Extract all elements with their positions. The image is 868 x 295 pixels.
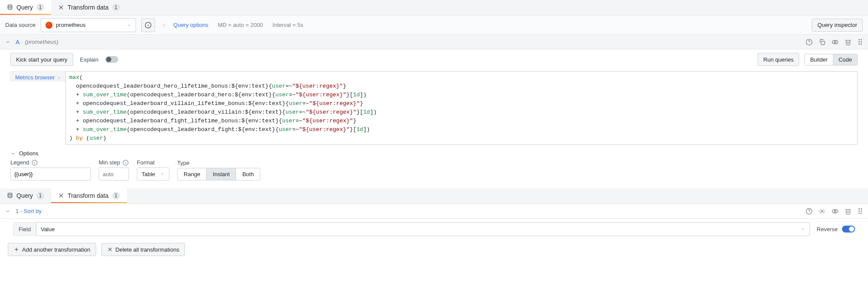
code-punct: }[: [350, 126, 356, 133]
tab-query-label: Query: [16, 4, 33, 11]
minstep-input[interactable]: [99, 167, 129, 180]
sort-row: Field Value Reverse: [0, 219, 868, 239]
code-fn-max: max: [69, 74, 79, 81]
close-icon: [107, 246, 113, 252]
tab-transform-bottom-label: Transform data: [68, 192, 108, 199]
tab-transform-bottom[interactable]: Transform data 1: [51, 188, 126, 203]
datasource-value: prometheus: [56, 22, 86, 28]
type-both[interactable]: Both: [236, 168, 260, 180]
code-metric: + opencodequest_leaderboard_villain_life…: [69, 100, 289, 107]
svg-rect-6: [821, 41, 825, 45]
collapse-toggle[interactable]: [5, 39, 10, 45]
format-value: Table: [142, 171, 155, 177]
mode-code[interactable]: Code: [833, 54, 857, 65]
code-op: =~: [302, 100, 309, 107]
info-icon[interactable]: [32, 160, 38, 166]
code-label: user: [289, 100, 302, 107]
tab-query-bottom[interactable]: Query 1: [0, 188, 51, 203]
query-ref-label[interactable]: A: [16, 39, 19, 46]
svg-point-19: [832, 210, 838, 213]
tab-query-bottom-label: Query: [16, 192, 33, 199]
kick-start-button[interactable]: Kick start your query: [10, 53, 73, 66]
code-op: =~: [295, 118, 302, 124]
code-punct: ): [69, 135, 76, 141]
type-instant[interactable]: Instant: [206, 168, 236, 180]
type-label: Type: [177, 160, 189, 166]
code-string: "${user:regex}": [309, 100, 360, 107]
explain-toggle[interactable]: [105, 56, 118, 63]
collapse-toggle[interactable]: [5, 209, 10, 214]
run-queries-label: Run queries: [763, 56, 794, 63]
format-label: Format: [137, 159, 155, 166]
code-by: by: [76, 135, 83, 141]
toggle-visibility-icon[interactable]: [832, 39, 839, 46]
code-punct: }: [360, 100, 363, 107]
code-duration: 1d: [353, 92, 360, 98]
promql-editor[interactable]: max( opencodequest_leaderboard_hero_life…: [65, 71, 858, 145]
field-value: Value: [41, 226, 55, 233]
format-select[interactable]: Table: [137, 167, 169, 180]
legend-input[interactable]: [10, 167, 91, 180]
add-transformation-button[interactable]: Add another transformation: [8, 243, 96, 256]
database-icon: [7, 193, 13, 199]
tab-query[interactable]: Query 1: [0, 0, 51, 15]
chevron-right-icon[interactable]: [162, 23, 166, 27]
datasource-select[interactable]: prometheus: [41, 18, 136, 32]
tab-transform[interactable]: Transform data 1: [51, 0, 126, 15]
duplicate-icon[interactable]: [819, 39, 826, 46]
chevron-down-icon: [160, 172, 165, 176]
code-string: "${user:regex}": [292, 83, 343, 89]
metrics-browser-button[interactable]: Metrics browser: [10, 71, 65, 81]
tab-transform-label: Transform data: [68, 4, 108, 11]
help-icon[interactable]: [806, 208, 813, 215]
transform-icon: [58, 193, 64, 199]
info-icon[interactable]: [123, 160, 129, 166]
code-duration: 1d: [356, 126, 363, 133]
query-inspector-button[interactable]: Query inspector: [812, 19, 863, 32]
tab-transform-badge: 1: [112, 3, 120, 11]
svg-point-20: [834, 210, 836, 212]
tab-query-badge: 1: [36, 3, 44, 11]
query-header: A (prometheus): [0, 35, 868, 49]
code-metric: (opencodequest_leaderboard_hero:${env:te…: [126, 92, 275, 98]
field-select[interactable]: Value: [36, 222, 810, 236]
code-op: =~: [299, 109, 306, 115]
datasource-info-button[interactable]: [141, 18, 155, 32]
trash-icon[interactable]: [845, 39, 852, 46]
mode-builder[interactable]: Builder: [805, 54, 832, 65]
toggle-visibility-icon[interactable]: [832, 208, 839, 215]
query-toolbar: Data source prometheus Query options MD …: [0, 16, 868, 35]
trash-icon[interactable]: [845, 208, 852, 215]
transform-title[interactable]: 1 - Sort by: [16, 208, 42, 214]
legend-label: Legend: [10, 159, 29, 166]
debug-icon[interactable]: [819, 208, 826, 215]
run-queries-button[interactable]: Run queries: [758, 53, 799, 66]
drag-handle-icon[interactable]: [858, 38, 863, 46]
datasource-label: Data source: [5, 22, 36, 28]
code-plus: +: [69, 92, 83, 98]
tab-query-bottom-badge: 1: [36, 192, 44, 200]
code-punct: ]): [370, 109, 377, 115]
delete-transformations-button[interactable]: Delete all transformations: [101, 243, 185, 256]
help-icon[interactable]: [806, 39, 813, 46]
code-label: user: [282, 118, 295, 124]
code-metric: + opencodequest_leaderboard_fight_lifeti…: [69, 118, 282, 124]
type-range[interactable]: Range: [178, 168, 206, 180]
query-inspector-label: Query inspector: [817, 22, 857, 28]
drag-handle-icon[interactable]: [858, 207, 863, 215]
code-string: "${user:regex}": [295, 92, 346, 98]
code-metric: (opencodequest_leaderboard_villain:${env…: [126, 109, 285, 115]
options-header[interactable]: Options: [10, 150, 858, 157]
chevron-down-icon: [10, 151, 16, 156]
code-punct: (: [79, 74, 83, 81]
code-op: =~: [285, 83, 292, 89]
code-op: =~: [292, 126, 299, 133]
query-options-link[interactable]: Query options: [173, 22, 208, 28]
transform-header: 1 - Sort by: [0, 204, 868, 219]
code-string: "${user:regex}": [299, 126, 350, 133]
prometheus-icon: [45, 22, 52, 29]
bottom-tabstrip: Query 1 Transform data 1: [0, 188, 868, 204]
reverse-toggle[interactable]: [842, 226, 855, 233]
code-punct: }[: [347, 92, 353, 98]
code-metric: opencodequest_leaderboard_hero_lifetime_…: [69, 83, 272, 89]
